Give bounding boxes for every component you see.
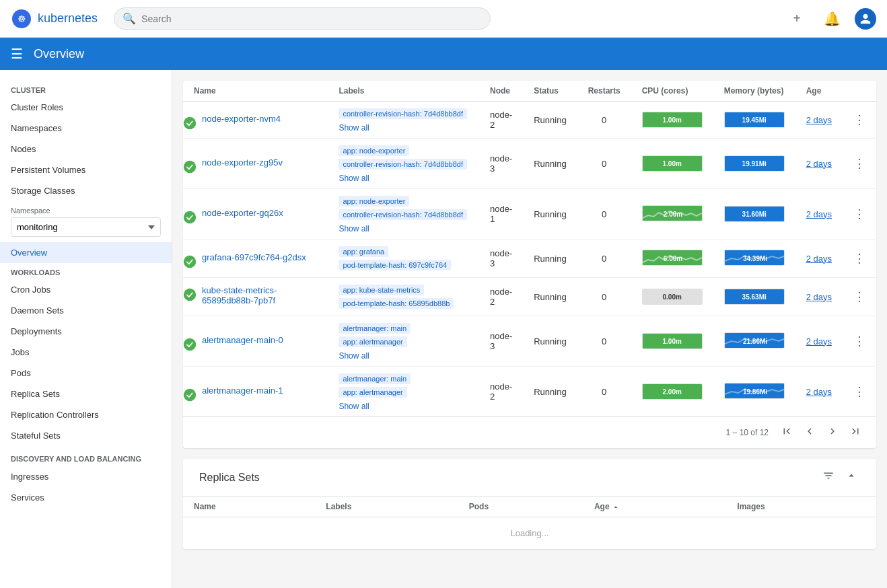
- sidebar-item-services[interactable]: Services: [0, 487, 172, 508]
- age-cell[interactable]: 2 days: [795, 102, 843, 139]
- pod-info: kube-state-metrics-65895db88b-7pb7f: [202, 280, 328, 314]
- col-name: Name: [183, 81, 328, 102]
- age-cell[interactable]: 2 days: [795, 189, 843, 240]
- menu-button[interactable]: ☰: [11, 46, 23, 62]
- label-badge: app: node-exporter: [339, 196, 409, 207]
- col-node: Node: [479, 81, 523, 102]
- replica-sets-filter-btn[interactable]: [820, 467, 837, 488]
- table-row: node-exporter-zg95v app: node-exporterco…: [183, 139, 876, 189]
- age-cell[interactable]: 2 days: [795, 139, 843, 189]
- row-more-button[interactable]: ⋮: [848, 248, 871, 268]
- table-row: grafana-697c9fc764-g2dsx app: grafanapod…: [183, 240, 876, 278]
- svg-point-12: [184, 289, 196, 301]
- node-cell: node-2: [479, 102, 523, 139]
- node-cell: node-3: [479, 316, 523, 367]
- avatar[interactable]: [855, 8, 876, 30]
- status-cell: Running: [523, 240, 577, 278]
- sidebar-item-namespaces[interactable]: Namespaces: [0, 118, 172, 139]
- replica-sets-title: Replica Sets: [199, 472, 260, 484]
- pod-status-icon: [183, 160, 197, 176]
- pod-info: alertmanager-main-1: [202, 380, 328, 404]
- row-more-button[interactable]: ⋮: [848, 331, 871, 351]
- sidebar-item-jobs[interactable]: Jobs: [0, 342, 172, 363]
- search-input[interactable]: [141, 13, 482, 24]
- memory-cell: 21.86Mi: [713, 316, 795, 367]
- sidebar-item-ingresses[interactable]: Ingresses: [0, 466, 172, 487]
- svg-text:☸: ☸: [17, 13, 26, 24]
- pod-info: grafana-697c9fc764-g2dsx: [202, 247, 328, 270]
- row-more-button[interactable]: ⋮: [848, 153, 871, 174]
- col-cpu: CPU (cores): [631, 81, 713, 102]
- sidebar-item-stateful-sets[interactable]: Stateful Sets: [0, 425, 172, 446]
- page-title: Overview: [34, 47, 84, 61]
- pod-name-link[interactable]: grafana-697c9fc764-g2dsx: [202, 252, 328, 262]
- replica-sets-collapse-btn[interactable]: [843, 467, 860, 488]
- show-all-link[interactable]: Show all: [339, 174, 468, 183]
- pagination-next[interactable]: [822, 422, 843, 443]
- svg-point-2: [184, 116, 196, 128]
- table-row: node-exporter-gq26x app: node-exporterco…: [183, 189, 876, 240]
- rs-col-images: Images: [726, 497, 876, 517]
- pod-name-link[interactable]: kube-state-metrics-65895db88b-7pb7f: [202, 285, 328, 305]
- sidebar-item-persistent-volumes[interactable]: Persistent Volumes: [0, 159, 172, 180]
- sidebar-item-replica-sets[interactable]: Replica Sets: [0, 383, 172, 404]
- sidebar-item-cron-jobs[interactable]: Cron Jobs: [0, 279, 172, 300]
- pod-name-link[interactable]: node-exporter-nvm4: [202, 114, 328, 124]
- pod-name-link[interactable]: node-exporter-gq26x: [202, 208, 328, 218]
- pagination-prev[interactable]: [800, 422, 820, 443]
- search-bar[interactable]: 🔍: [114, 7, 491, 30]
- row-more-button[interactable]: ⋮: [848, 287, 871, 307]
- pagination-first[interactable]: [777, 422, 797, 443]
- restarts-cell: 0: [577, 139, 631, 189]
- sidebar-item-nodes[interactable]: Nodes: [0, 139, 172, 159]
- add-button[interactable]: +: [785, 7, 809, 31]
- svg-text:2.00m: 2.00m: [664, 211, 682, 218]
- memory-cell: 31.60Mi: [713, 189, 795, 240]
- cpu-cell: 1.00m: [631, 102, 713, 139]
- namespace-selector-wrap: Namespace monitoring: [0, 201, 172, 242]
- row-more-button[interactable]: ⋮: [848, 204, 871, 224]
- show-all-link[interactable]: Show all: [339, 123, 468, 133]
- sidebar-item-pods[interactable]: Pods: [0, 363, 172, 383]
- pod-status-icon: [183, 116, 197, 132]
- label-badge: app: kube-state-metrics: [339, 285, 424, 295]
- pod-info: node-exporter-gq26x: [202, 203, 328, 226]
- topnav-actions: + 🔔: [785, 7, 876, 31]
- row-more-button[interactable]: ⋮: [848, 110, 871, 130]
- pod-name-link[interactable]: alertmanager-main-0: [202, 335, 328, 345]
- row-more-button[interactable]: ⋮: [848, 381, 871, 402]
- top-navigation: ☸ kubernetes 🔍 + 🔔: [0, 0, 887, 38]
- svg-text:21.86Mi: 21.86Mi: [743, 338, 767, 345]
- show-all-link[interactable]: Show all: [339, 224, 468, 233]
- pod-row: grafana-697c9fc764-g2dsx: [183, 247, 328, 270]
- sidebar-item-daemon-sets[interactable]: Daemon Sets: [0, 300, 172, 321]
- col-status: Status: [523, 81, 577, 102]
- pod-name-link[interactable]: alertmanager-main-1: [202, 385, 328, 396]
- pod-info: node-exporter-zg95v: [202, 152, 328, 176]
- age-cell[interactable]: 2 days: [795, 367, 843, 417]
- sidebar-item-deployments[interactable]: Deployments: [0, 321, 172, 342]
- pagination-last[interactable]: [845, 422, 865, 443]
- pod-status-icon: [183, 288, 197, 303]
- notifications-button[interactable]: 🔔: [820, 7, 844, 31]
- pod-name-link[interactable]: node-exporter-zg95v: [202, 157, 328, 168]
- search-icon: 🔍: [122, 12, 136, 25]
- sidebar-item-storage-classes[interactable]: Storage Classes: [0, 180, 172, 201]
- label-badge: controller-revision-hash: 7d4d8bb8df: [339, 209, 467, 220]
- pod-status-icon: [183, 338, 197, 353]
- namespace-select[interactable]: monitoring: [11, 217, 161, 237]
- show-all-link[interactable]: Show all: [339, 351, 468, 361]
- age-cell[interactable]: 2 days: [795, 278, 843, 316]
- age-cell[interactable]: 2 days: [795, 240, 843, 278]
- logo-link[interactable]: ☸ kubernetes: [11, 8, 98, 30]
- node-cell: node-3: [479, 139, 523, 189]
- label-badge: app: alertmanager: [339, 336, 406, 347]
- status-cell: Running: [523, 316, 577, 367]
- sidebar-item-cluster-roles[interactable]: Cluster Roles: [0, 97, 172, 118]
- replica-sets-actions: [820, 467, 860, 488]
- memory-cell: 34.39Mi: [713, 240, 795, 278]
- age-cell[interactable]: 2 days: [795, 316, 843, 367]
- sidebar-item-overview[interactable]: Overview: [0, 242, 172, 263]
- sidebar-item-replication-controllers[interactable]: Replication Controllers: [0, 404, 172, 425]
- show-all-link[interactable]: Show all: [339, 402, 468, 411]
